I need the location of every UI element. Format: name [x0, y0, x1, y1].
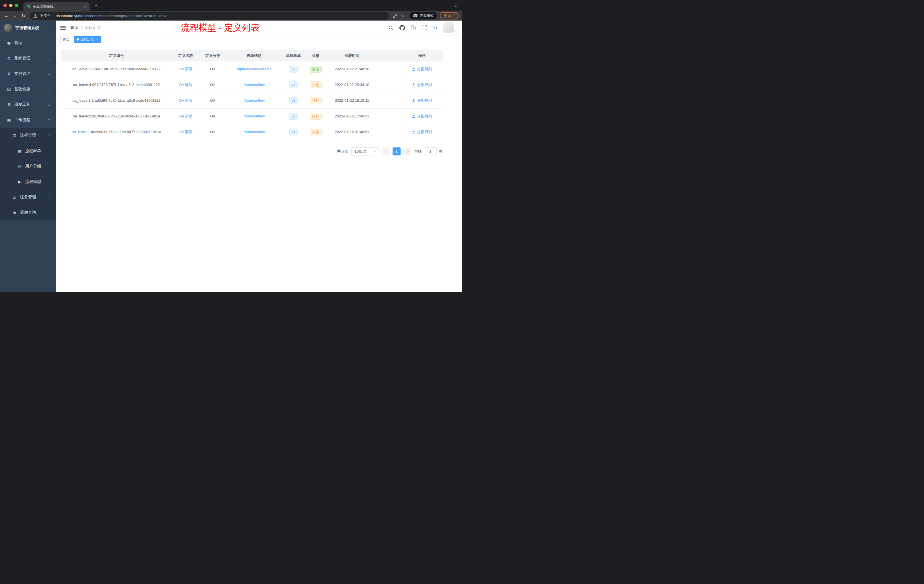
spacer-cell	[378, 124, 401, 140]
definition-id: oa_leave:5:004b710b-7b8a-11ec-8ef0-acde4…	[72, 67, 160, 71]
sidebar-item-process-manage[interactable]: ≣ 流程管理	[0, 128, 56, 143]
user-icon	[412, 99, 416, 102]
paper-plane-icon: ▶	[17, 180, 22, 184]
security-warning-icon	[33, 14, 38, 18]
search-icon[interactable]	[388, 25, 393, 30]
assign-rule-link[interactable]: 分配规则	[412, 114, 432, 119]
breadcrumb: 首页 / 流程定义	[70, 25, 101, 30]
bookmark-star-icon[interactable]: ☆	[399, 13, 407, 18]
select-caret-icon	[374, 150, 376, 152]
user-menu[interactable]	[443, 22, 457, 33]
page-size-value: 10条/页	[355, 149, 367, 154]
sidebar-item-dev-tools[interactable]: ⚒ 研发工具	[0, 97, 56, 112]
goto-page-input[interactable]	[424, 147, 437, 155]
new-tab-button[interactable]: +	[92, 2, 100, 10]
sidebar-item-task-manage[interactable]: ☑ 任务管理	[0, 190, 56, 205]
deploy-time: 2022-01-16 17:46:53	[335, 114, 370, 118]
sidebar-logo[interactable]: 芋道管理系统	[0, 21, 56, 35]
avatar[interactable]	[443, 22, 454, 33]
tag-label: 首页	[63, 37, 70, 42]
next-page-button[interactable]	[403, 147, 411, 155]
user-icon	[412, 68, 416, 71]
forward-icon[interactable]: →	[11, 13, 19, 18]
status-tag: 挂起	[310, 129, 322, 135]
app-navbar: 首页 / 流程定义 流程模型 - 定义列表 ? TT	[56, 21, 462, 35]
status-tag: 激活	[310, 66, 322, 73]
deploy-time: 2022-01-22 19:19:11	[335, 98, 369, 102]
address-bar[interactable]: 不安全 dashboard.yudao.iocoder.cn/bpm/manag…	[30, 12, 389, 20]
definition-name-link[interactable]: OA 请假	[179, 130, 193, 134]
column-spacer	[378, 50, 401, 61]
browser-tab-strip: 芋道管理系统 × +	[0, 0, 462, 11]
fullscreen-icon[interactable]	[422, 25, 427, 30]
person-icon: ☻	[12, 210, 17, 215]
sidebar-item-user-group[interactable]: ◎ 用户分组	[0, 158, 56, 174]
tab-close-icon[interactable]: ×	[83, 4, 87, 8]
sidebar-menu: ◉ 首页 ⚙ 系统管理 ¥ 支付管理 ▤ 基础设施 ⚒ 研发工具 ▣ 工作流程 …	[0, 35, 56, 220]
navbar-actions: ? TT	[388, 22, 457, 33]
tag-view-item[interactable]: 首页	[60, 36, 72, 43]
form-info-link[interactable]: /bpm/oa/flow	[244, 114, 265, 118]
definition-category: OA	[210, 130, 215, 134]
browser-menu-kebab-icon[interactable]: ⋮	[452, 13, 457, 18]
sidebar-item-leave-query[interactable]: ☻ 请假查询	[0, 205, 56, 220]
sidebar-item-process-model[interactable]: ▶ 流程模型	[0, 174, 56, 190]
close-window-button[interactable]	[3, 4, 7, 7]
form-info-link[interactable]: /bpm/oa/flow	[244, 82, 265, 87]
breadcrumb-separator: /	[81, 25, 82, 30]
browser-update-button[interactable]: 更新 ⋮	[440, 12, 459, 20]
goto-unit: 页	[439, 149, 442, 154]
page-size-select[interactable]: 10条/页	[351, 147, 379, 155]
form-info-link[interactable]: /bpm/oa/flow	[244, 98, 265, 102]
sidebar-item-payment-manage[interactable]: ¥ 支付管理	[0, 66, 56, 81]
assign-rule-link[interactable]: 分配规则	[412, 129, 432, 135]
definition-category: OA	[210, 67, 215, 71]
prev-page-button[interactable]	[382, 147, 390, 155]
dashboard-icon: ◉	[6, 41, 12, 45]
tab-title: 芋道管理系统	[33, 4, 81, 9]
pagination: 共 5 条 10条/页 1 前往 页	[61, 147, 442, 155]
sidebar-item-label: 任务管理	[20, 195, 36, 200]
tag-close-icon[interactable]: ×	[96, 38, 98, 41]
assign-rule-link[interactable]: 分配规则	[412, 82, 432, 87]
browser-toolbar: ← → ↻ 不安全 dashboard.yudao.iocoder.cn/bpm…	[0, 11, 462, 21]
tag-label: 流程定义	[80, 37, 94, 42]
font-size-icon[interactable]: TT	[432, 25, 437, 30]
definition-name-link[interactable]: OA 请假	[179, 82, 193, 87]
spacer-cell	[378, 77, 401, 92]
definition-name-link[interactable]: OA 请假	[179, 114, 193, 118]
submenu-arrow-icon	[48, 57, 51, 60]
tools-icon: ⚒	[6, 102, 12, 107]
form-info-link[interactable]: /bpm/oa/leave/create	[237, 67, 271, 71]
tab-search-button[interactable]	[455, 5, 457, 7]
help-icon[interactable]: ?	[411, 25, 416, 30]
definition-name-link[interactable]: OA 请假	[179, 67, 193, 71]
sidebar-item-home[interactable]: ◉ 首页	[0, 35, 56, 51]
reload-icon[interactable]: ↻	[20, 13, 27, 18]
assign-rule-link[interactable]: 分配规则	[412, 98, 432, 103]
browser-tab[interactable]: 芋道管理系统 ×	[23, 2, 90, 11]
assign-rule-link[interactable]: 分配规则	[412, 66, 432, 72]
update-label: 更新	[444, 13, 451, 18]
column-header: 状态	[305, 50, 326, 61]
sidebar-item-infrastructure[interactable]: ▤ 基础设施	[0, 81, 56, 97]
password-key-icon[interactable]	[391, 13, 399, 18]
back-icon[interactable]: ←	[2, 13, 10, 18]
process-version-tag: v3	[289, 97, 298, 104]
breadcrumb-home[interactable]: 首页	[70, 25, 78, 30]
github-icon[interactable]	[399, 25, 405, 31]
column-header: 流程版本	[282, 50, 305, 61]
definition-table: 定义编号定义名称定义分类表单信息流程版本状态部署时间操作 oa_leave:5:…	[61, 50, 442, 140]
form-info-link[interactable]: /bpm/oa/flow	[244, 130, 265, 134]
tags-bar: 首页 流程定义 ×	[56, 35, 462, 44]
zoom-window-button[interactable]	[15, 4, 18, 7]
sidebar-item-workflow[interactable]: ▣ 工作流程	[0, 112, 56, 128]
sidebar-toggle-icon[interactable]	[60, 26, 66, 30]
sidebar-item-process-form[interactable]: ▦ 流程表单	[0, 143, 56, 158]
page-number-1[interactable]: 1	[393, 147, 401, 155]
sidebar-item-system-manage[interactable]: ⚙ 系统管理	[0, 51, 56, 66]
tag-view-item[interactable]: 流程定义 ×	[74, 36, 101, 43]
assign-rule-label: 分配规则	[417, 98, 432, 103]
definition-name-link[interactable]: OA 请假	[179, 98, 193, 102]
minimize-window-button[interactable]	[9, 4, 13, 7]
